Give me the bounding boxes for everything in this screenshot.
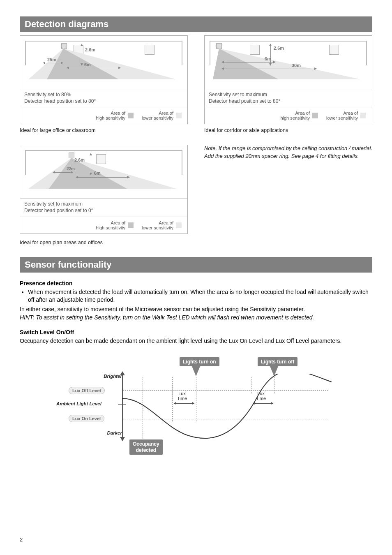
hi-range-label: 22m <box>67 166 75 171</box>
compromise-note: Note. If the range is compromised by the… <box>204 145 372 160</box>
darker-label: Darker <box>107 430 122 435</box>
setting-line-2: Detector head position set to 0° <box>24 208 183 214</box>
hi-range-label: 6m <box>265 56 271 61</box>
caption-1: Ideal for large office or classroom <box>20 127 188 133</box>
presence-line2: In either case, sensitivity to movement … <box>20 305 372 313</box>
presence-bullet: When movement is detected the load will … <box>28 288 372 304</box>
legend-high: Area of high sensitivity <box>96 111 125 120</box>
lo-range-label: 6m <box>84 62 91 67</box>
swatch-high <box>312 113 318 118</box>
setting-line-2: Detector head position set to 80° <box>209 98 368 105</box>
diagram-1: 2.6m 25m 6m Sensitivity set to 80% Detec… <box>20 35 188 133</box>
setting-line-1: Sensitivity set to maximum <box>24 201 183 208</box>
lux-on-pill: Lux On Level <box>69 415 104 422</box>
lights-off-box: Lights turn off <box>258 357 297 366</box>
legend-low: Area of lower sensitivity <box>326 111 358 120</box>
caption-2: Ideal for corridor or aisle applications <box>204 127 372 133</box>
hi-range-label: 25m <box>47 57 56 62</box>
axis-label: Ambient Light Level <box>56 401 101 406</box>
cone-icon <box>24 49 180 86</box>
brighter-label: Brighter <box>104 374 122 379</box>
height-label: 2.6m <box>274 46 284 51</box>
setting-line-1: Sensitivity set to 80% <box>24 92 183 98</box>
section-header-sensor: Sensor functionality <box>20 257 372 273</box>
setting-line-1: Sensitivity set to maximum <box>209 92 368 98</box>
diagram-2: 2.6m 6m 30m Sensitivity set to maximum D… <box>204 35 372 133</box>
cone-icon <box>24 158 180 195</box>
swatch-low <box>176 113 182 118</box>
lo-range-label: 30m <box>292 63 301 68</box>
lo-range-label: 6m <box>94 171 101 176</box>
switch-body: Occupancy detection can be made dependan… <box>20 337 372 345</box>
legend-low: Area of lower sensitivity <box>142 111 173 120</box>
lux-chart: Brighter Lux Off Level Ambient Light Lev… <box>56 357 336 464</box>
swatch-high <box>128 222 134 228</box>
swatch-low <box>176 222 182 228</box>
switch-heading: Switch Level On/Off <box>20 329 372 335</box>
cone-icon <box>209 49 365 86</box>
caption-3: Ideal for open plan areas and offices <box>20 240 188 245</box>
lux-off-pill: Lux Off Level <box>69 387 105 394</box>
section-header-detection: Detection diagrams <box>20 16 372 32</box>
light-curve <box>122 374 332 439</box>
occupancy-box: Occupancydetected <box>129 439 163 455</box>
legend-high: Area of high sensitivity <box>280 111 310 120</box>
diagram-3: 2.6m 22m 6m Sensitivity set to maximum D… <box>20 145 188 245</box>
presence-heading: Presence detection <box>20 280 372 287</box>
presence-hint: HINT: To assist in setting the Sensitivi… <box>20 314 372 321</box>
swatch-high <box>128 113 134 118</box>
swatch-low <box>360 113 366 118</box>
legend-high: Area of high sensitivity <box>96 220 125 230</box>
height-label: 2.6m <box>85 47 95 52</box>
lights-on-box: Lights turn on <box>180 357 219 366</box>
setting-line-2: Detector head position set to 80° <box>24 98 183 105</box>
height-label: 2.6m <box>74 157 85 162</box>
legend-low: Area of lower sensitivity <box>142 220 173 230</box>
